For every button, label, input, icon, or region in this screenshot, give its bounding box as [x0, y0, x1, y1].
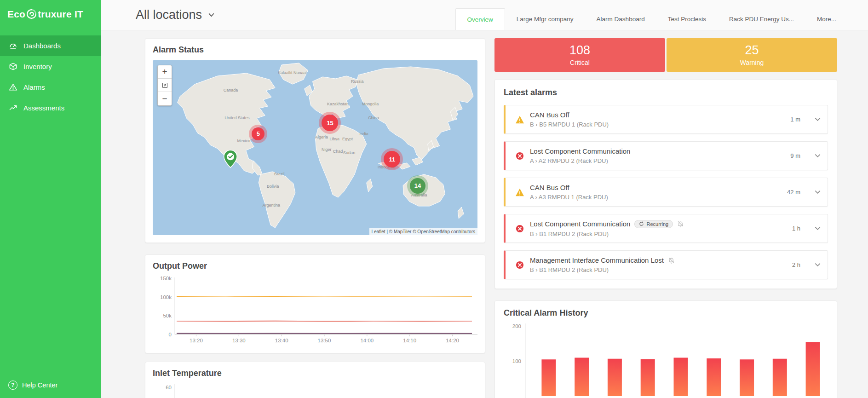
alarm-device-path: B › B1 RMPDU 2 (Rack PDU): [530, 266, 792, 273]
warning-icon: [515, 115, 524, 124]
location-selector[interactable]: All locations: [136, 8, 215, 22]
alarm-age: 2 h: [792, 261, 800, 268]
latest-alarms-list: CAN Bus OffB › B5 RMPDU 1 (Rack PDU)1 mL…: [504, 105, 828, 279]
main-area: All locations OverviewLarge Mfgr company…: [101, 0, 868, 398]
sidebar-item-label: Alarms: [23, 83, 45, 91]
alarm-row[interactable]: CAN Bus OffA › A3 RMPDU 1 (Rack PDU)42 m: [504, 178, 828, 207]
world-map[interactable]: + − Leaflet | © MapTiler © OpenStreetMap…: [153, 60, 477, 235]
sidebar-item-dashboards[interactable]: Dashboards: [0, 35, 101, 56]
chevron-down-icon[interactable]: [814, 116, 821, 123]
help-icon: ?: [8, 381, 17, 390]
svg-text:14:20: 14:20: [446, 338, 459, 343]
chevron-down-icon: [207, 11, 215, 19]
map-cluster-marker-critical[interactable]: 5: [252, 127, 264, 140]
assessments-icon: [8, 104, 17, 113]
inlet-temperature-title: Inlet Temperature: [153, 369, 477, 378]
critical-count: 108: [569, 44, 590, 57]
brand-text-suffix: truxure IT: [38, 9, 83, 20]
content: Alarm Status: [101, 30, 868, 398]
chevron-down-icon[interactable]: [814, 261, 821, 268]
brand-text-prefix: Eco: [7, 9, 25, 20]
svg-text:100: 100: [512, 358, 521, 364]
top-header: All locations OverviewLarge Mfgr company…: [101, 0, 868, 30]
svg-text:100k: 100k: [160, 294, 172, 300]
sidebar-item-assessments[interactable]: Assessments: [0, 98, 101, 118]
alarm-title: CAN Bus Off: [530, 111, 569, 119]
alarm-row[interactable]: CAN Bus OffB › B5 RMPDU 1 (Rack PDU)1 m: [504, 105, 828, 134]
alarm-status-card: Alarm Status: [145, 38, 485, 243]
tab-overview[interactable]: Overview: [455, 8, 505, 30]
alarm-title: Lost Component Communication: [530, 220, 630, 228]
alarm-status-title: Alarm Status: [153, 45, 477, 55]
critical-alarm-history-card: Critical Alarm History 100200: [494, 300, 837, 398]
alarm-age: 42 m: [787, 189, 800, 196]
svg-text:13:20: 13:20: [190, 338, 203, 343]
svg-text:50k: 50k: [163, 313, 172, 318]
fullscreen-button[interactable]: [158, 79, 172, 92]
tab-more[interactable]: More...: [805, 8, 848, 30]
zoom-in-button[interactable]: +: [158, 65, 172, 79]
critical-stat-card[interactable]: 108 Critical: [494, 38, 665, 72]
alarm-device-path: B › B1 RMPDU 2 (Rack PDU): [530, 231, 792, 237]
recurring-icon: [639, 221, 644, 226]
tab-test-proclesis[interactable]: Test Proclesis: [656, 8, 718, 30]
stats-row: 108 Critical 25 Warning: [494, 38, 837, 72]
output-power-chart: 050k100k150k13:2013:3013:4013:5014:0014:…: [153, 275, 478, 345]
critical-alarm-history-chart: 100200: [504, 323, 829, 398]
chevron-down-icon[interactable]: [814, 152, 821, 159]
sidebar-item-alarms[interactable]: Alarms: [0, 77, 101, 98]
dashboard-tabs: OverviewLarge Mfgr companyAlarm Dashboar…: [455, 8, 848, 30]
sidebar-nav: DashboardsInventoryAlarmsAssessments: [0, 35, 101, 118]
critical-icon: [515, 225, 524, 233]
location-label: All locations: [136, 8, 202, 22]
svg-text:60: 60: [166, 385, 172, 390]
map-pin-ok-icon[interactable]: [223, 150, 238, 168]
latest-alarms-title: Latest alarms: [504, 88, 828, 98]
warning-label: Warning: [740, 59, 764, 66]
alarm-text: CAN Bus OffB › B5 RMPDU 1 (Rack PDU): [530, 111, 790, 128]
sidebar-item-label: Assessments: [23, 104, 64, 112]
alarm-title: Lost Component Communication: [530, 147, 630, 155]
sidebar: Eco truxure IT DashboardsInventoryAlarms…: [0, 0, 101, 398]
svg-text:13:50: 13:50: [318, 338, 331, 343]
critical-label: Critical: [570, 59, 590, 66]
alarm-row[interactable]: Lost Component CommunicationRecurringB ›…: [504, 214, 828, 243]
svg-text:14:00: 14:00: [360, 338, 374, 343]
alarm-device-path: A › A3 RMPDU 1 (Rack PDU): [530, 194, 787, 201]
svg-text:13:40: 13:40: [275, 338, 288, 343]
chevron-down-icon[interactable]: [814, 225, 821, 232]
help-center-button[interactable]: ? Help Center: [0, 372, 101, 398]
right-column: 108 Critical 25 Warning Latest alarms CA…: [494, 38, 837, 398]
alarm-row[interactable]: Lost Component CommunicationA › A2 RMPDU…: [504, 141, 828, 170]
tab-rack-pdu-energy-us[interactable]: Rack PDU Energy Us...: [718, 8, 805, 30]
svg-text:150k: 150k: [160, 276, 172, 281]
latest-alarms-card: Latest alarms CAN Bus OffB › B5 RMPDU 1 …: [494, 79, 837, 289]
alarm-age: 9 m: [790, 152, 800, 159]
warning-icon: [515, 188, 524, 196]
alarms-icon: [8, 83, 17, 92]
bell-muted-icon: [677, 220, 684, 227]
tab-large-mfgr-company[interactable]: Large Mfgr company: [505, 8, 585, 30]
warning-stat-card[interactable]: 25 Warning: [667, 38, 837, 72]
map-cluster-marker-ok[interactable]: 14: [410, 178, 425, 194]
recurring-badge-label: Recurring: [646, 221, 668, 227]
output-power-title: Output Power: [153, 261, 477, 271]
alarm-age: 1 h: [792, 225, 800, 232]
alarm-row[interactable]: Management Interface Communication LostB…: [504, 250, 828, 279]
world-map-land: [153, 60, 477, 235]
left-column: Alarm Status: [145, 38, 485, 398]
map-cluster-marker-critical[interactable]: 15: [322, 115, 338, 131]
alarm-title: Management Interface Communication Lost: [530, 256, 664, 264]
chevron-down-icon[interactable]: [814, 189, 821, 196]
map-attribution[interactable]: Leaflet | © MapTiler © OpenStreetMap con…: [369, 228, 477, 235]
output-power-card: Output Power 050k100k150k13:2013:3013:40…: [145, 254, 485, 353]
map-cluster-marker-critical[interactable]: 11: [384, 151, 400, 167]
svg-text:14:10: 14:10: [403, 338, 416, 343]
tab-alarm-dashboard[interactable]: Alarm Dashboard: [585, 8, 656, 30]
ecostruxure-swirl-icon: [26, 8, 37, 20]
bell-muted-icon: [668, 257, 675, 264]
inlet-temperature-card: Inlet Temperature 60: [145, 362, 485, 398]
sidebar-item-inventory[interactable]: Inventory: [0, 56, 101, 77]
inventory-icon: [8, 62, 17, 71]
zoom-out-button[interactable]: −: [158, 92, 172, 105]
